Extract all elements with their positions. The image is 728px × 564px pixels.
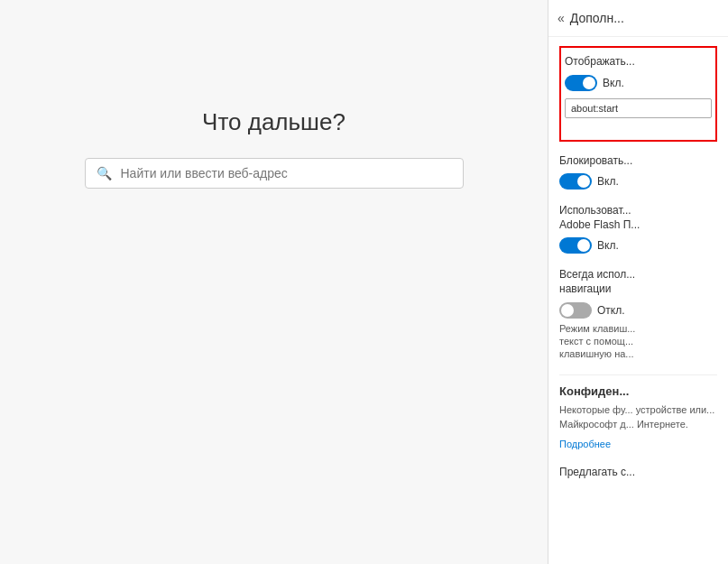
- toggle-knob: [577, 175, 590, 188]
- setting-flash: Использоват...Adobe Flash П... Вкл.: [559, 204, 717, 254]
- settings-panel: « Дополн... Отображать... Вкл. Блокирова…: [548, 0, 728, 564]
- toggle-knob: [577, 239, 590, 252]
- caret-toggle[interactable]: [559, 302, 592, 319]
- caret-toggle-text: Откл.: [597, 304, 625, 317]
- setting-privacy: Конфиден... Некоторые фу... устройстве и…: [559, 384, 717, 451]
- setting-block: Блокировать... Вкл.: [559, 154, 717, 190]
- highlighted-section: Отображать... Вкл.: [559, 46, 717, 142]
- flash-label: Использоват...Adobe Flash П...: [559, 204, 717, 232]
- display-label: Отображать...: [565, 55, 712, 69]
- divider: [559, 374, 717, 375]
- display-toggle[interactable]: [565, 75, 597, 91]
- flash-toggle-text: Вкл.: [597, 239, 619, 252]
- caret-toggle-row: Откл.: [559, 302, 717, 319]
- settings-header: « Дополн...: [548, 0, 728, 37]
- block-toggle-text: Вкл.: [597, 175, 619, 188]
- back-icon[interactable]: «: [558, 11, 565, 25]
- main-content: Что дальше? 🔍: [0, 0, 548, 564]
- settings-content: Отображать... Вкл. Блокировать... Вкл.: [548, 37, 728, 564]
- caret-sub-text: Режим клавиш...текст с помощ...клавишную…: [559, 322, 717, 361]
- setting-display: Отображать... Вкл.: [565, 55, 712, 118]
- setting-caret: Всегда испол...навигации Откл. Режим кла…: [559, 268, 717, 360]
- search-input[interactable]: [121, 166, 452, 180]
- toggle-knob: [583, 77, 595, 89]
- start-url-input[interactable]: [565, 98, 712, 118]
- flash-toggle-row: Вкл.: [559, 237, 717, 254]
- privacy-text: Некоторые фу... устройстве или... Майкро…: [559, 403, 717, 431]
- setting-suggest: Предлагать с...: [559, 466, 717, 478]
- page-title: Что дальше?: [202, 108, 346, 136]
- display-toggle-row: Вкл.: [565, 75, 712, 91]
- toggle-knob: [561, 304, 574, 317]
- caret-label: Всегда испол...навигации: [559, 268, 717, 296]
- flash-toggle[interactable]: [559, 237, 592, 254]
- privacy-link[interactable]: Подробнее: [559, 439, 611, 449]
- search-bar: 🔍: [85, 158, 464, 189]
- block-label: Блокировать...: [559, 154, 717, 169]
- privacy-heading: Конфиден...: [559, 384, 717, 398]
- block-toggle-row: Вкл.: [559, 173, 717, 190]
- block-toggle[interactable]: [559, 173, 592, 190]
- suggest-label: Предлагать с...: [559, 466, 717, 478]
- display-toggle-text: Вкл.: [603, 77, 624, 89]
- search-icon: 🔍: [97, 166, 112, 180]
- settings-header-title: Дополн...: [570, 11, 624, 25]
